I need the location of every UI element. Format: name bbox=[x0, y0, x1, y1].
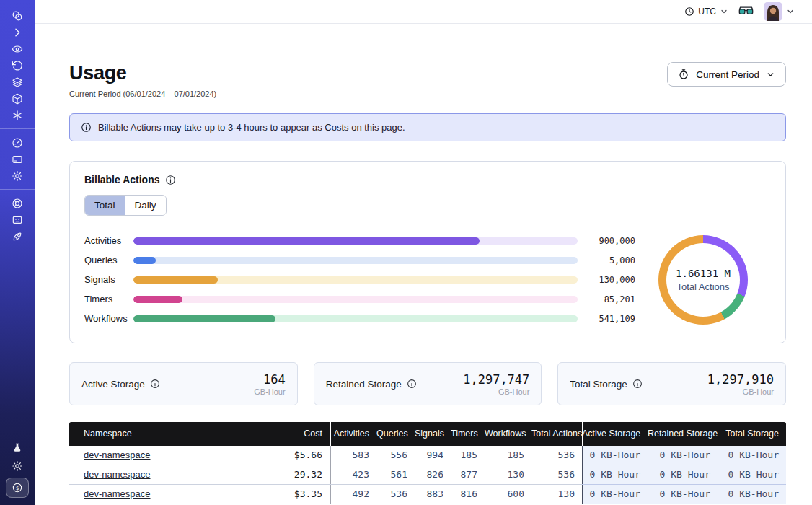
period-button-label: Current Period bbox=[696, 69, 759, 80]
info-banner: Billable Actions may take up to 3-4 hour… bbox=[69, 113, 786, 141]
tab-daily[interactable]: Daily bbox=[125, 196, 166, 215]
bar-track bbox=[133, 296, 578, 303]
col-header-cost: Cost bbox=[257, 422, 330, 446]
billable-actions-title: Billable Actions bbox=[84, 174, 160, 185]
info-icon[interactable] bbox=[165, 175, 176, 185]
main-area: UTC Usage Current Period (06/01/2024 – 0… bbox=[35, 0, 812, 505]
cell-active-storage: 0 KB-Hour bbox=[582, 465, 648, 485]
cell-active-storage: 0 KB-Hour bbox=[582, 446, 648, 465]
cell-workflows: 130 bbox=[485, 465, 531, 485]
col-header-timers: Timers bbox=[451, 422, 485, 446]
bar-fill bbox=[133, 296, 182, 303]
billable-actions-card: Billable Actions Total Daily Activities … bbox=[69, 161, 786, 343]
cell-timers: 877 bbox=[451, 465, 485, 485]
retained-storage-value: 1,297,747 bbox=[463, 372, 529, 387]
bar-label: Workflows bbox=[84, 313, 132, 324]
namespace-link[interactable]: dev-namespace bbox=[84, 449, 151, 460]
settings-gear-icon[interactable] bbox=[0, 167, 35, 184]
cell-timers: 816 bbox=[451, 485, 485, 504]
cell-cost: $5.66 bbox=[257, 446, 330, 465]
usage-bar-row: Queries 5,000 bbox=[84, 250, 635, 270]
col-header-namespace: Namespace bbox=[69, 422, 257, 446]
clock-icon bbox=[684, 6, 694, 17]
usage-gauge-icon[interactable] bbox=[0, 134, 35, 151]
bar-value: 85,201 bbox=[591, 294, 635, 304]
cell-queries: 556 bbox=[376, 446, 415, 465]
svg-text:$: $ bbox=[16, 486, 19, 491]
cell-activities: 583 bbox=[330, 446, 376, 465]
costs-coin-icon[interactable]: $ bbox=[6, 478, 29, 498]
usage-bar-row: Signals 130,000 bbox=[84, 270, 635, 289]
cell-activities: 492 bbox=[330, 485, 376, 504]
tab-total[interactable]: Total bbox=[85, 196, 125, 215]
sidebar-bottom-group: $ bbox=[0, 439, 35, 505]
total-storage-card: Total Storage 1,297,910 GB-Hour bbox=[557, 362, 786, 405]
namespace-link[interactable]: dev-namespace bbox=[84, 469, 151, 480]
timezone-label: UTC bbox=[698, 6, 716, 17]
cell-activities: 423 bbox=[330, 465, 376, 485]
bar-value: 5,000 bbox=[591, 255, 635, 265]
table-row: dev-namespace $5.66 583 556 994 185 185 … bbox=[69, 446, 786, 465]
info-icon[interactable] bbox=[150, 379, 160, 389]
support-lifebuoy-icon[interactable] bbox=[0, 195, 35, 211]
retained-storage-card: Retained Storage 1,297,747 GB-Hour bbox=[314, 362, 542, 405]
bar-track bbox=[133, 257, 578, 264]
history-icon[interactable] bbox=[0, 57, 35, 74]
active-storage-card: Active Storage 164 GB-Hour bbox=[69, 362, 298, 405]
page-title: Usage bbox=[69, 62, 216, 84]
billing-card-icon[interactable] bbox=[0, 151, 35, 167]
donut-center-value: 1.66131 M bbox=[676, 268, 731, 279]
theme-sun-icon[interactable] bbox=[0, 457, 35, 475]
sidebar-divider bbox=[0, 189, 35, 190]
bar-fill bbox=[133, 276, 218, 284]
layers-icon[interactable] bbox=[0, 74, 35, 90]
total-storage-unit: GB-Hour bbox=[707, 387, 774, 396]
namespace-usage-table: Namespace Cost Activities Queries Signal… bbox=[69, 422, 786, 505]
bar-label: Queries bbox=[84, 255, 132, 265]
usage-bar-row: Workflows 541,109 bbox=[84, 309, 635, 328]
bar-value: 130,000 bbox=[591, 275, 635, 285]
col-header-activities: Activities bbox=[330, 422, 376, 446]
feedback-console-icon[interactable] bbox=[0, 211, 35, 228]
total-actions-donut: 1.66131 M Total Actions bbox=[658, 235, 748, 325]
col-header-active-storage: Active Storage bbox=[582, 422, 648, 446]
info-icon[interactable] bbox=[632, 379, 643, 389]
bar-label: Signals bbox=[84, 274, 132, 285]
dev-mode-glasses-icon[interactable] bbox=[738, 5, 754, 19]
info-icon bbox=[81, 122, 92, 133]
bar-fill bbox=[133, 237, 480, 245]
namespaces-eye-icon[interactable] bbox=[0, 40, 35, 57]
usage-bar-row: Timers 85,201 bbox=[84, 289, 635, 309]
cell-cost: $3.35 bbox=[257, 485, 330, 504]
cell-cost: 29.32 bbox=[257, 465, 330, 485]
retained-storage-label: Retained Storage bbox=[326, 379, 402, 390]
donut-center-label: Total Actions bbox=[677, 281, 730, 292]
temporal-logo-icon[interactable] bbox=[0, 7, 35, 24]
banner-text: Billable Actions may take up to 3-4 hour… bbox=[98, 122, 405, 133]
getting-started-rocket-icon[interactable] bbox=[0, 228, 35, 245]
account-menu[interactable] bbox=[764, 2, 795, 21]
cube-icon[interactable] bbox=[0, 90, 35, 107]
bar-fill bbox=[133, 257, 156, 264]
period-select-button[interactable]: Current Period bbox=[667, 62, 786, 87]
schedules-asterisk-icon[interactable] bbox=[0, 107, 35, 123]
col-header-workflows: Workflows bbox=[485, 422, 531, 446]
cell-queries: 536 bbox=[376, 485, 415, 504]
namespace-link[interactable]: dev-namespace bbox=[84, 488, 151, 499]
active-storage-value: 164 bbox=[254, 372, 285, 387]
total-storage-label: Total Storage bbox=[570, 379, 627, 390]
info-icon[interactable] bbox=[407, 379, 417, 389]
cell-retained-storage: 0 KB-Hour bbox=[648, 485, 718, 504]
timezone-selector[interactable]: UTC bbox=[684, 6, 728, 17]
expand-sidebar-icon[interactable] bbox=[0, 24, 35, 40]
billable-actions-bar-chart: Activities 900,000 Queries 5,000 Signals… bbox=[84, 231, 635, 328]
bar-label: Timers bbox=[84, 294, 132, 304]
bar-value: 541,109 bbox=[591, 314, 635, 324]
bar-fill bbox=[133, 315, 275, 322]
col-header-total-actions: Total Actions bbox=[531, 422, 582, 446]
usage-bar-row: Activities 900,000 bbox=[84, 231, 635, 250]
cell-total-actions: 536 bbox=[531, 446, 582, 465]
cell-total-actions: 130 bbox=[531, 485, 582, 504]
labs-flask-icon[interactable] bbox=[0, 439, 35, 457]
bar-track bbox=[133, 315, 578, 322]
